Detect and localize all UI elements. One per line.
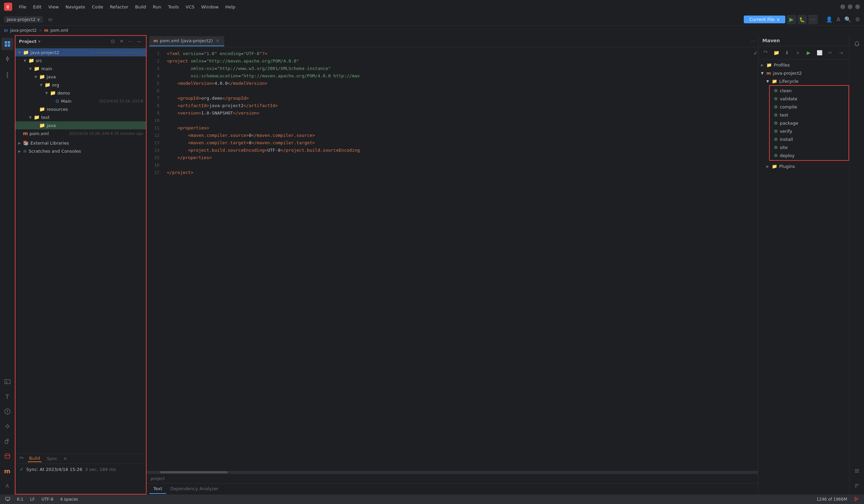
tree-item-src[interactable]: ▼ 📁 src [15, 57, 146, 64]
tree-item-resources[interactable]: 📁 resources [15, 105, 146, 113]
search-icon[interactable]: 🔍 [844, 16, 851, 23]
menu-help[interactable]: Help [223, 4, 238, 10]
tab-more-options-icon[interactable]: ⋯ [751, 38, 755, 44]
tree-item-org[interactable]: ▼ 📁 org [15, 81, 146, 89]
menu-refactor[interactable]: Refactor [107, 4, 131, 10]
editor-tab-pom-xml[interactable]: m pom.xml (java-project2) ✕ [149, 36, 224, 46]
status-encoding[interactable]: UTF-8 [40, 496, 55, 502]
close-sidebar-icon[interactable]: ✕ [118, 38, 125, 45]
activity-commit-icon[interactable] [1, 53, 13, 65]
run-button[interactable]: ▶ [787, 15, 796, 24]
maven-profiles-item[interactable]: ▶ 📁 Profiles [758, 61, 849, 69]
menu-view[interactable]: View [46, 4, 61, 10]
maven-refresh-btn[interactable] [761, 48, 770, 57]
menu-tools[interactable]: Tools [166, 4, 182, 10]
maven-run-btn[interactable]: ▶ [804, 48, 813, 57]
line-num-16: 16 [147, 161, 159, 169]
menu-run[interactable]: Run [150, 4, 164, 10]
tab-close-icon[interactable]: ✕ [215, 38, 220, 44]
notification-bell-icon[interactable] [851, 38, 863, 50]
activity-database-icon[interactable] [1, 450, 13, 462]
menu-code[interactable]: Code [89, 4, 106, 10]
settings-icon[interactable]: ⚙ [855, 16, 860, 23]
minimize-sidebar-icon[interactable]: — [136, 38, 143, 45]
tree-item-test-java[interactable]: 📁 java [15, 121, 146, 129]
code-editor[interactable]: <?xml version="1.0" encoding="UTF-8"?> <… [163, 47, 758, 471]
status-branch-icon[interactable] [853, 496, 860, 503]
tree-item-demo[interactable]: ▼ 📁 demo [15, 89, 146, 97]
maven-lifecycle-clean[interactable]: ⚙ clean [770, 86, 849, 95]
project-selector[interactable]: java-project2 ∨ [4, 16, 43, 23]
status-position[interactable]: 6:1 [15, 496, 25, 502]
activity-git-icon[interactable] [1, 420, 13, 432]
more-options-icon[interactable]: ⋯ [127, 38, 134, 45]
current-file-selector[interactable]: Current File ∨ [744, 15, 785, 23]
tree-item-java-project2[interactable]: ▼ 📁 java-project2 D:\workspaces\java-pro… [15, 48, 146, 57]
tree-item-main-class[interactable]: ⊙ Main 2023/4/16 15:26, 233 B [15, 97, 146, 105]
menu-file[interactable]: File [16, 4, 29, 10]
activity-problems-icon[interactable] [1, 405, 13, 418]
horizontal-scrollbar[interactable] [147, 471, 758, 473]
activity-project-icon[interactable] [1, 38, 13, 50]
editor-bottom-tab-dependency[interactable]: Dependency Analyzer [166, 484, 223, 494]
status-line-ending[interactable]: LF [29, 496, 36, 502]
maven-lifecycle-package[interactable]: ⚙ package [770, 119, 849, 127]
tree-item-external-libs[interactable]: ▶ 📚 External Libraries [15, 139, 146, 147]
activity-more-icon[interactable] [1, 69, 13, 81]
expand-all-icon[interactable]: ⊡ [109, 38, 116, 45]
maven-lifecycle-install[interactable]: ⚙ install [770, 135, 849, 143]
status-computer-icon[interactable] [4, 496, 11, 503]
bottom-close-icon[interactable]: ✕ [63, 456, 67, 461]
scrollbar-thumb[interactable] [160, 471, 228, 473]
maven-lifecycle-site[interactable]: ⚙ site [770, 143, 849, 151]
translate-icon[interactable]: A [837, 16, 840, 23]
maven-next-btn[interactable]: → [837, 48, 845, 57]
menu-edit[interactable]: Edit [31, 4, 44, 10]
status-line-count[interactable]: 1246 of 1966M [815, 496, 849, 502]
code-line-3: xmlns:xsi="http://www.w3.org/2001/XMLSch… [167, 65, 754, 72]
right-align-icon[interactable] [851, 480, 863, 492]
tree-item-scratches[interactable]: ▶ ≡ Scratches and Consoles [15, 147, 146, 155]
minimize-button[interactable] [840, 4, 845, 9]
activity-m-icon[interactable]: m [1, 465, 13, 477]
maven-plugins-item[interactable]: ▶ 📁 Plugins [764, 162, 849, 170]
user-icon[interactable]: 👤 [826, 16, 832, 23]
breadcrumb-file[interactable]: pom.xml [50, 28, 68, 33]
maven-lifecycle-test[interactable]: ⚙ test [770, 111, 849, 119]
breadcrumb-project[interactable]: java-project2 [10, 28, 37, 33]
more-run-options-button[interactable]: ⋯ [808, 15, 818, 24]
tree-item-main[interactable]: ▼ 📁 main [15, 64, 146, 73]
maven-lifecycle-deploy[interactable]: ⚙ deploy [770, 151, 849, 159]
menu-vcs[interactable]: VCS [183, 4, 197, 10]
bottom-tab-build[interactable]: Build [28, 455, 41, 462]
maven-lifecycle-verify[interactable]: ⚙ verify [770, 127, 849, 135]
close-button[interactable] [855, 4, 860, 9]
tree-item-pom-xml[interactable]: m pom.xml 2023/4/16 15:26, 649 B 35 minu… [15, 129, 146, 137]
activity-terminal-icon[interactable] [1, 376, 13, 388]
maximize-button[interactable] [848, 4, 853, 9]
maven-download-btn[interactable]: ⬇ [783, 48, 791, 57]
activity-font-icon[interactable]: A [1, 480, 13, 492]
right-more-options-icon[interactable] [851, 465, 863, 477]
maven-folder-btn[interactable]: 📁 [772, 48, 781, 57]
tree-item-test[interactable]: ▼ 📁 test [15, 113, 146, 121]
maven-lifecycle-header[interactable]: ▼ 📁 Lifecycle [764, 77, 849, 85]
activity-build-icon[interactable]: T [1, 391, 13, 403]
editor-bottom-tab-text[interactable]: Text [149, 484, 166, 494]
menu-build[interactable]: Build [132, 4, 149, 10]
new-folder-icon[interactable]: 🗁 [48, 17, 53, 22]
maven-lifecycle-compile[interactable]: ⚙ compile [770, 103, 849, 111]
maven-add-btn[interactable]: + [793, 48, 802, 57]
maven-cut-btn[interactable]: ✂ [826, 48, 835, 57]
bottom-tab-sync[interactable]: Sync [46, 455, 59, 462]
maven-stop-btn[interactable]: ⬜ [815, 48, 824, 57]
tree-item-java[interactable]: ▼ 📁 java [15, 73, 146, 81]
status-indent[interactable]: 4 spaces [59, 496, 80, 502]
maven-lifecycle-validate[interactable]: ⚙ validate [770, 95, 849, 103]
activity-plugins-icon[interactable] [1, 435, 13, 447]
menu-window[interactable]: Window [199, 4, 221, 10]
debug-button[interactable]: 🐛 [797, 15, 807, 24]
maven-project-item[interactable]: ▼ m java-project2 [758, 69, 849, 77]
menu-navigate[interactable]: Navigate [63, 4, 88, 10]
line-num-4: 4 [147, 72, 159, 80]
